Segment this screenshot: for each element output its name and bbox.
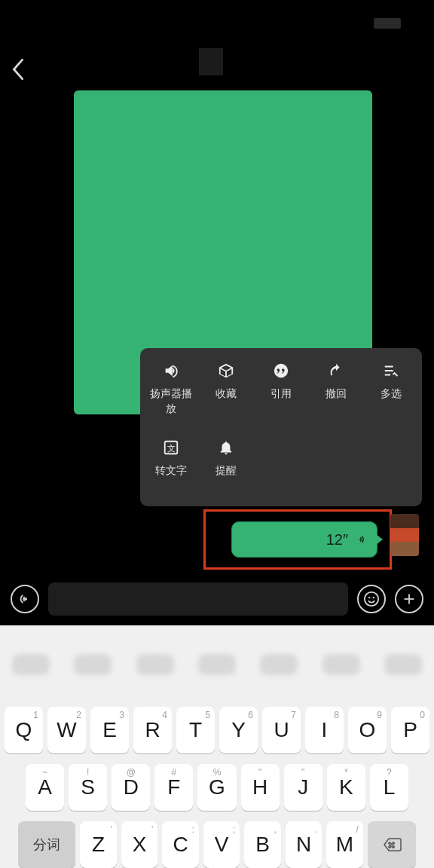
menu-remind[interactable]: 提醒 [198,439,253,478]
key-W[interactable]: 2W [47,707,86,753]
key-L[interactable]: ?L [370,764,408,811]
key-M[interactable]: /M [326,821,363,868]
menu-label: 转文字 [155,463,187,478]
bell-icon [217,439,235,457]
menu-label: 扬声器播放 [148,386,194,416]
svg-point-4 [365,592,378,606]
smile-icon [363,591,380,607]
key-B[interactable]: ,B [244,821,281,868]
context-menu: 扬声器播放 收藏 引用 [140,348,422,506]
list-check-icon [382,362,400,380]
voice-message-bubble[interactable]: 12″ [231,521,377,558]
title-placeholder [199,48,223,75]
voice-duration: 12″ [326,531,348,549]
input-bar [0,573,434,625]
undo-icon [327,362,345,380]
key-X[interactable]: 'X [121,821,158,868]
key-K[interactable]: *K [327,764,365,811]
key-Z[interactable]: 'Z [80,821,117,868]
svg-text:文: 文 [167,444,175,453]
menu-label: 引用 [270,386,292,401]
key-S[interactable]: !S [69,764,107,811]
svg-point-5 [368,597,370,598]
key-P[interactable]: 0P [391,707,429,753]
status-indicator [374,18,401,29]
plus-icon [401,591,417,607]
suggestion[interactable] [198,654,236,675]
message-input[interactable] [48,582,348,616]
suggestion[interactable] [260,654,298,675]
key-I[interactable]: 8I [305,707,344,753]
svg-point-6 [373,597,374,598]
key-C[interactable]: :C [162,821,199,868]
key-T[interactable]: 5T [176,707,215,753]
key-G[interactable]: %G [197,764,236,811]
suggestion[interactable] [12,654,50,675]
box-icon [217,362,235,380]
key-E[interactable]: 3E [90,707,129,753]
key-U[interactable]: 7U [262,707,301,753]
voice-message-highlight: 12″ [203,509,392,570]
key-Y[interactable]: 6Y [219,707,258,753]
chat-pane: 扬声器播放 收藏 引用 [0,0,434,625]
sound-icon [17,591,33,607]
key-D[interactable]: @D [112,764,150,811]
own-avatar[interactable] [390,514,419,556]
emoji-button[interactable] [357,585,386,613]
menu-label: 提醒 [215,463,237,478]
svg-point-3 [25,598,26,600]
key-F[interactable]: #F [154,764,193,811]
key-segment[interactable]: 分词 [18,821,75,868]
key-R[interactable]: 4R [133,707,172,753]
menu-quote[interactable]: 引用 [253,362,308,416]
key-A[interactable]: ~A [26,764,64,811]
menu-label: 多选 [381,386,402,401]
keyboard: 1Q2W3E4R5T6Y7U8I9O0P ~A!S@D#F%G"H"J*K?L … [0,625,434,868]
suggestion[interactable] [74,654,112,675]
key-backspace[interactable] [368,821,416,868]
menu-label: 撤回 [326,386,347,401]
suggestion[interactable] [136,654,174,675]
menu-label: 收藏 [215,386,237,401]
menu-multi-select[interactable]: 多选 [364,362,419,416]
key-O[interactable]: 9O [348,707,387,753]
menu-favorite[interactable]: 收藏 [198,362,253,416]
menu-recall[interactable]: 撤回 [309,362,364,416]
voice-input-button[interactable] [11,585,39,613]
svg-point-0 [274,364,288,377]
key-V[interactable]: ;V [203,821,240,868]
backspace-icon [381,836,403,854]
sound-wave-icon [353,533,366,546]
key-H[interactable]: "H [241,764,280,811]
text-icon: 文 [162,439,180,457]
suggestion[interactable] [384,654,422,675]
attach-button[interactable] [395,585,423,613]
key-J[interactable]: "J [284,764,322,811]
back-button[interactable] [11,59,26,80]
suggestion[interactable] [322,654,360,675]
key-Q[interactable]: 1Q [5,707,43,753]
speaker-icon [162,362,180,380]
key-N[interactable]: .N [286,821,322,868]
menu-to-text[interactable]: 文 转文字 [143,439,198,478]
suggestion-row [0,625,434,704]
menu-speaker-play[interactable]: 扬声器播放 [143,362,198,416]
quote-icon [272,362,290,380]
